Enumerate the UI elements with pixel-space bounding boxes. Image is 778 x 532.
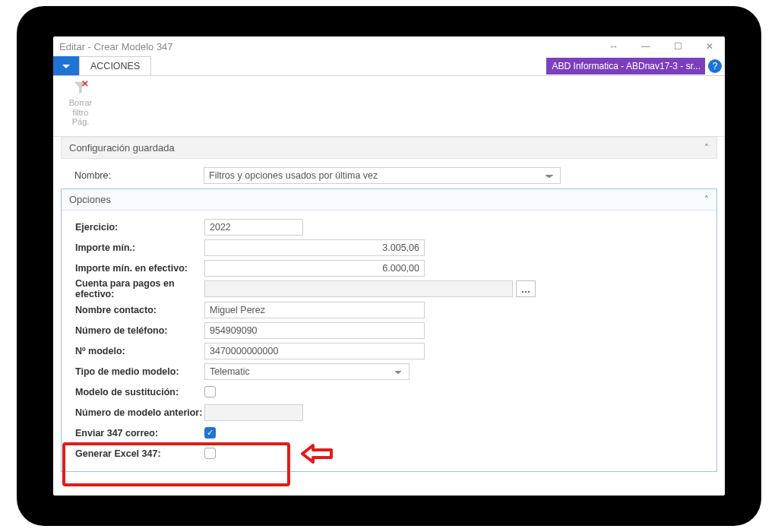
section-title: Configuración guardada xyxy=(69,142,175,154)
importe-efectivo-input[interactable] xyxy=(204,260,425,277)
maximize-button[interactable]: ☐ xyxy=(664,39,691,54)
cuenta-pagos-lookup-button[interactable]: … xyxy=(516,280,536,297)
ribbon-body: Borrar filtro Pág. xyxy=(53,76,725,137)
app-window: Editar - Crear Modelo 347 ↔ — ☐ ✕ ACCION… xyxy=(53,36,725,496)
importe-efectivo-label: Importe mín. en efectivo: xyxy=(75,263,204,274)
tab-acciones[interactable]: ACCIONES xyxy=(79,56,151,75)
titlebar: Editar - Crear Modelo 347 ↔ — ☐ ✕ xyxy=(53,36,725,56)
chevron-up-icon: ˄ xyxy=(704,143,709,154)
tipo-medio-label: Tipo de medio modelo: xyxy=(75,366,204,377)
importe-min-input[interactable] xyxy=(204,239,425,256)
options-group: Opciones ˄ Ejercicio: Importe mín.: Impo… xyxy=(61,188,717,472)
tipo-medio-select[interactable]: Telematic xyxy=(204,363,410,380)
section-header-config-guardada[interactable]: Configuración guardada ˄ xyxy=(61,137,717,159)
ejercicio-input[interactable] xyxy=(204,219,303,236)
num-modelo-anterior-label: Número de modelo anterior: xyxy=(75,407,204,418)
num-modelo-anterior-input[interactable] xyxy=(204,404,303,421)
tablet-frame: Editar - Crear Modelo 347 ↔ — ☐ ✕ ACCION… xyxy=(17,6,761,526)
telefono-label: Número de teléfono: xyxy=(75,325,204,336)
app-menu-dropdown[interactable] xyxy=(53,56,79,75)
clear-filter-label: Borrar filtro Pág. xyxy=(61,98,100,127)
telefono-input[interactable] xyxy=(204,322,425,339)
enviar-correo-checkbox[interactable] xyxy=(204,427,216,439)
cuenta-pagos-label: Cuenta para pagos en efectivo: xyxy=(75,278,204,299)
nombre-select[interactable]: Filtros y opciones usados por última vez xyxy=(204,167,561,184)
ejercicio-label: Ejercicio: xyxy=(75,222,204,233)
window-controls: ↔ — ☐ ✕ xyxy=(600,39,723,54)
generar-excel-checkbox[interactable] xyxy=(204,448,216,459)
nombre-contacto-label: Nombre contacto: xyxy=(75,305,204,315)
resize-icon[interactable]: ↔ xyxy=(600,39,628,54)
modelo-sustitucion-checkbox[interactable] xyxy=(204,386,216,397)
close-button[interactable]: ✕ xyxy=(696,39,723,54)
n-modelo-label: Nº modelo: xyxy=(75,346,204,356)
generar-excel-label: Generar Excel 347: xyxy=(75,448,204,459)
n-modelo-input[interactable] xyxy=(204,343,425,359)
ribbon-tab-row: ACCIONES ABD Informatica - ABDnav17-3 - … xyxy=(53,56,725,76)
minimize-button[interactable]: — xyxy=(632,39,659,54)
funnel-x-icon xyxy=(72,79,89,96)
cuenta-pagos-input[interactable] xyxy=(204,280,513,297)
section-title: Opciones xyxy=(69,194,111,205)
nombre-label: Nombre: xyxy=(74,170,204,181)
environment-badge: ABD Informatica - ABDnav17-3 - sr... xyxy=(546,58,705,74)
importe-min-label: Importe mín.: xyxy=(75,242,204,253)
nombre-contacto-input[interactable] xyxy=(204,302,425,318)
annotation-arrow-icon xyxy=(301,444,333,466)
chevron-up-icon: ˄ xyxy=(704,195,709,205)
window-title: Editar - Crear Modelo 347 xyxy=(59,41,600,52)
modelo-sustitucion-label: Modelo de sustitución: xyxy=(75,387,204,397)
section-header-opciones[interactable]: Opciones ˄ xyxy=(62,189,716,211)
clear-filter-button[interactable]: Borrar filtro Pág. xyxy=(61,79,100,127)
enviar-correo-label: Enviar 347 correo: xyxy=(75,428,204,439)
help-icon[interactable]: ? xyxy=(708,59,722,73)
